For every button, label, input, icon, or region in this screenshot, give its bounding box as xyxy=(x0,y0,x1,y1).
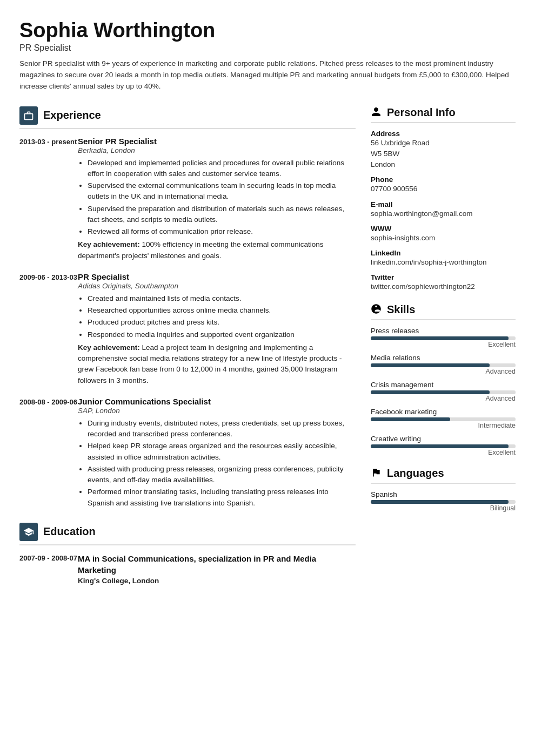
lang-item-0: Spanish Bilingual xyxy=(371,490,516,512)
exp-bullets-1: Developed and implemented policies and p… xyxy=(78,158,356,238)
exp-title-1: Senior PR Specialist xyxy=(78,137,356,146)
exp-bullet: Produced product pitches and press kits. xyxy=(88,317,356,328)
exp-company-1: Berkadia, London xyxy=(78,146,356,154)
mortarboard-icon xyxy=(23,526,34,537)
exp-bullet: Supervised the preparation and distribut… xyxy=(88,204,356,226)
flag-icon xyxy=(371,467,382,478)
address-block: Address 56 Uxbridge RoadW5 5BWLondon xyxy=(371,130,516,171)
exp-company-2: Adidas Originals, Southampton xyxy=(78,282,356,290)
experience-section-header: Experience xyxy=(19,106,356,129)
skills-section: Skills Press releases Excellent Media re… xyxy=(371,303,516,456)
skills-icon-box xyxy=(371,303,382,316)
experience-heading: Experience xyxy=(43,109,101,122)
experience-entry-2: 2009-06 - 2013-03 PR Specialist Adidas O… xyxy=(19,272,356,386)
exp-bullet: Reviewed all forms of communication prio… xyxy=(88,226,356,237)
skill-level-2: Advanced xyxy=(371,395,516,402)
experience-icon-box xyxy=(19,106,38,125)
skill-name-2: Crisis management xyxy=(371,381,516,389)
exp-achievement-1: Key achievement: 100% efficiency in meet… xyxy=(78,239,356,261)
experience-entry-3: 2008-08 - 2009-06 Junior Communications … xyxy=(19,397,356,511)
lang-bar-fill-0 xyxy=(371,500,509,504)
candidate-summary: Senior PR specialist with 9+ years of ex… xyxy=(19,58,516,92)
personal-info-header: Personal Info xyxy=(371,106,516,123)
skills-header: Skills xyxy=(371,303,516,320)
skill-item-3: Facebook marketing Intermediate xyxy=(371,408,516,429)
exp-bullets-3: During industry events, distributed note… xyxy=(78,418,356,509)
exp-bullet: Responded to media inquiries and support… xyxy=(88,329,356,340)
email-block: E-mail sophia.worthington@gmail.com xyxy=(371,200,516,219)
lang-level-0: Bilingual xyxy=(371,504,516,512)
phone-block: Phone 07700 900556 xyxy=(371,176,516,194)
skill-name-1: Media relations xyxy=(371,354,516,362)
exp-bullet: Researched opportunities across online m… xyxy=(88,305,356,316)
lang-bar-bg-0 xyxy=(371,500,516,504)
address-label: Address xyxy=(371,130,516,138)
exp-body-1: Senior PR Specialist Berkadia, London De… xyxy=(78,137,356,261)
skill-level-4: Excellent xyxy=(371,449,516,456)
edu-school-1: King's College, London xyxy=(78,577,356,585)
skill-level-3: Intermediate xyxy=(371,422,516,429)
exp-dates-2: 2009-06 - 2013-03 xyxy=(19,272,78,386)
skill-level-0: Excellent xyxy=(371,341,516,348)
exp-company-3: SAP, London xyxy=(78,407,356,415)
exp-bullet: Performed minor translating tasks, inclu… xyxy=(88,487,356,509)
skill-level-1: Advanced xyxy=(371,368,516,375)
exp-bullet: Helped keep PR storage areas organized a… xyxy=(88,441,356,463)
exp-achievement-2: Key achievement: Lead a project team in … xyxy=(78,342,356,386)
left-column: Experience 2013-03 - present Senior PR S… xyxy=(19,106,356,597)
education-icon-box xyxy=(19,523,38,541)
www-value: sophia-insights.com xyxy=(371,233,516,244)
education-heading: Education xyxy=(43,525,96,538)
edu-degree-1: MA in Social Communications, specializat… xyxy=(78,553,356,576)
briefcase-icon xyxy=(23,110,34,121)
candidate-title: PR Specialist xyxy=(19,43,516,53)
exp-bullet: During industry events, distributed note… xyxy=(88,418,356,440)
skill-item-2: Crisis management Advanced xyxy=(371,381,516,402)
www-label: WWW xyxy=(371,225,516,233)
email-label: E-mail xyxy=(371,200,516,208)
exp-bullet: Developed and implemented policies and p… xyxy=(88,158,356,180)
skill-name-0: Press releases xyxy=(371,327,516,335)
personal-info-heading: Personal Info xyxy=(387,106,456,119)
exp-bullet: Assisted with producing press releases, … xyxy=(88,464,356,486)
skill-name-4: Creative writing xyxy=(371,435,516,443)
exp-bullets-2: Created and maintained lists of media co… xyxy=(78,293,356,340)
skill-bar-fill-2 xyxy=(371,390,490,394)
skill-item-1: Media relations Advanced xyxy=(371,354,516,375)
skills-heading: Skills xyxy=(387,303,415,316)
languages-heading: Languages xyxy=(387,467,444,480)
languages-header: Languages xyxy=(371,467,516,484)
exp-title-3: Junior Communications Specialist xyxy=(78,397,356,406)
linkedin-label: LinkedIn xyxy=(371,249,516,257)
header: Sophia Worthington PR Specialist Senior … xyxy=(19,19,516,92)
candidate-name: Sophia Worthington xyxy=(19,19,516,42)
main-layout: Experience 2013-03 - present Senior PR S… xyxy=(19,106,516,597)
education-entry-1: 2007-09 - 2008-07 MA in Social Communica… xyxy=(19,553,356,585)
personal-info-icon-box xyxy=(371,106,382,119)
exp-title-2: PR Specialist xyxy=(78,272,356,281)
exp-bullet: Supervised the external communications t… xyxy=(88,180,356,202)
twitter-label: Twitter xyxy=(371,273,516,281)
edu-body-1: MA in Social Communications, specializat… xyxy=(78,553,356,585)
lang-name-0: Spanish xyxy=(371,490,516,498)
skill-bar-fill-1 xyxy=(371,363,490,367)
skills-icon xyxy=(371,303,382,314)
twitter-value: twitter.com/sophieworthington22 xyxy=(371,281,516,292)
education-section-header: Education xyxy=(19,523,356,545)
experience-entry-1: 2013-03 - present Senior PR Specialist B… xyxy=(19,137,356,261)
skill-bar-bg-2 xyxy=(371,390,516,394)
languages-section: Languages Spanish Bilingual xyxy=(371,467,516,512)
www-block: WWW sophia-insights.com xyxy=(371,225,516,244)
education-section: Education 2007-09 - 2008-07 MA in Social… xyxy=(19,523,356,585)
phone-value: 07700 900556 xyxy=(371,184,516,194)
skill-bar-bg-4 xyxy=(371,444,516,448)
skill-bar-fill-3 xyxy=(371,417,450,421)
resume-page: Sophia Worthington PR Specialist Senior … xyxy=(0,0,535,756)
right-column: Personal Info Address 56 Uxbridge RoadW5… xyxy=(371,106,516,597)
experience-section: Experience 2013-03 - present Senior PR S… xyxy=(19,106,356,511)
skill-bar-fill-4 xyxy=(371,444,509,448)
person-icon xyxy=(371,106,382,117)
exp-bullet: Created and maintained lists of media co… xyxy=(88,293,356,304)
email-value: sophia.worthington@gmail.com xyxy=(371,208,516,219)
exp-body-2: PR Specialist Adidas Originals, Southamp… xyxy=(78,272,356,386)
